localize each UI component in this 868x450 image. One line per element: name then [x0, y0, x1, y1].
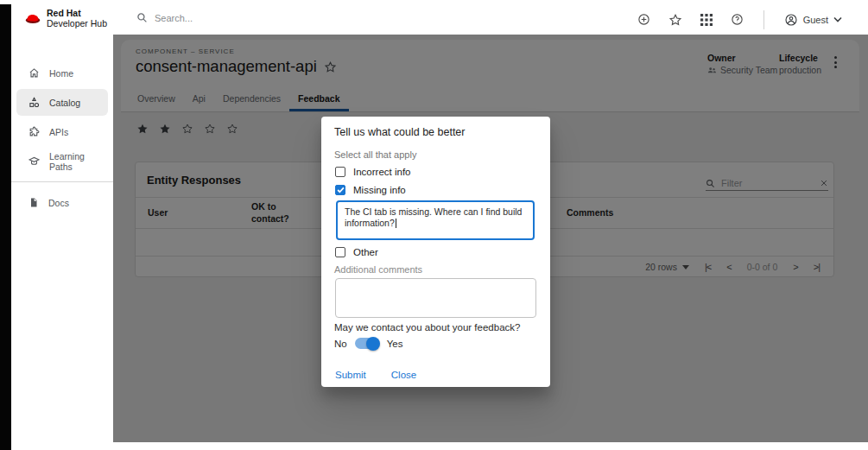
additional-comments-label: Additional comments: [334, 264, 422, 275]
sidebar-item-label: Catalog: [49, 98, 80, 108]
sidebar-item-home[interactable]: Home: [16, 60, 108, 86]
extension-puzzle-icon: [29, 126, 40, 137]
user-menu[interactable]: Guest: [784, 13, 842, 27]
toggle-thumb: [366, 337, 380, 351]
sidebar-item-label: Learning Paths: [49, 151, 108, 172]
chevron-down-icon: [833, 16, 842, 22]
user-name: Guest: [803, 15, 828, 25]
help-icon[interactable]: [731, 13, 744, 26]
checkbox-missing-info[interactable]: Missing info: [335, 183, 406, 197]
dialog-subtitle: Select all that apply: [334, 149, 416, 160]
sidebar-item-apis[interactable]: APIs: [16, 118, 108, 145]
toggle-on-label: Yes: [387, 339, 403, 349]
checkbox-other[interactable]: Other: [335, 245, 378, 259]
checkbox-unchecked-icon: [335, 167, 345, 177]
feedback-dialog: Tell us what could be better Select all …: [321, 117, 550, 387]
logo-line2: Developer Hub: [47, 18, 107, 29]
sidebar-item-label: Docs: [48, 198, 69, 208]
catalog-icon: [29, 97, 40, 108]
sidebar-item-label: Home: [49, 68, 73, 79]
sidebar-item-label: APIs: [49, 127, 68, 137]
search-icon: [136, 12, 148, 23]
school-icon: [29, 155, 40, 167]
additional-comments-textarea[interactable]: [335, 278, 536, 318]
close-button[interactable]: Close: [384, 364, 423, 385]
checkbox-unchecked-icon: [335, 247, 345, 257]
screen: Red Hat Developer Hub Search...: [0, 0, 868, 450]
checkbox-label: Incorrect info: [353, 167, 410, 177]
starred-items-icon[interactable]: [668, 13, 682, 27]
checkbox-label: Other: [353, 247, 378, 257]
document-icon: [29, 197, 39, 208]
contact-toggle-row: No Yes: [334, 338, 402, 349]
sidebar-item-catalog[interactable]: Catalog: [16, 89, 108, 116]
sidebar-item-learning-paths[interactable]: Learning Paths: [16, 148, 108, 174]
text-cursor: [396, 219, 396, 228]
home-icon: [29, 67, 40, 79]
window-edge: [0, 4, 11, 450]
apps-grid-icon[interactable]: [700, 14, 713, 26]
logo-text: Red Hat Developer Hub: [47, 8, 107, 29]
global-search[interactable]: Search...: [136, 12, 193, 23]
toggle-off-label: No: [334, 339, 347, 349]
feedback-textarea[interactable]: The CI tab is missing. Where can I find …: [336, 200, 535, 240]
create-plus-icon[interactable]: [637, 13, 650, 26]
dialog-title: Tell us what could be better: [334, 126, 465, 138]
sidebar-divider: [11, 181, 113, 182]
topbar: Red Hat Developer Hub Search...: [11, 4, 868, 35]
topbar-divider: [763, 10, 764, 29]
topbar-actions: Guest: [637, 4, 842, 35]
redhat-fedora-icon: [25, 12, 41, 24]
checkbox-incorrect-info[interactable]: Incorrect info: [335, 165, 410, 179]
search-placeholder: Search...: [155, 13, 193, 23]
feedback-text: The CI tab is missing. Where can I find …: [345, 206, 522, 228]
submit-button[interactable]: Submit: [328, 364, 373, 385]
logo-line1: Red Hat: [47, 8, 107, 18]
checkbox-label: Missing info: [353, 185, 406, 195]
contact-question: May we contact you about your feedback?: [334, 322, 520, 333]
sidebar-item-docs[interactable]: Docs: [16, 189, 108, 216]
redhat-logo[interactable]: Red Hat Developer Hub: [25, 8, 107, 29]
checkbox-checked-icon: [335, 185, 345, 195]
avatar-icon: [784, 13, 798, 27]
sidebar: Home Catalog APIs: [11, 35, 113, 442]
contact-toggle-switch[interactable]: [355, 338, 379, 349]
